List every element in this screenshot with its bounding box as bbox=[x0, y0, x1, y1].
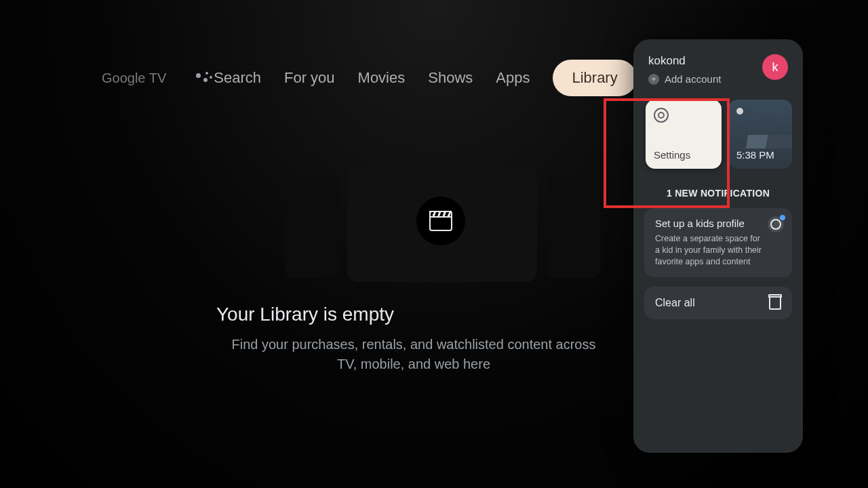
nav-search-label: Search bbox=[214, 69, 261, 87]
nav-library[interactable]: Library bbox=[553, 60, 636, 96]
kids-profile-title: Set up a kids profile bbox=[655, 218, 781, 229]
nav-movies[interactable]: Movies bbox=[358, 69, 406, 87]
account-row: kokond + Add account k bbox=[633, 39, 803, 92]
notification-header: 1 NEW NOTIFICATION bbox=[633, 188, 803, 199]
kids-profile-icon bbox=[768, 216, 784, 232]
clock-time: 5:38 PM bbox=[736, 149, 784, 161]
nav-search[interactable]: Search bbox=[196, 69, 261, 87]
nav-for-you[interactable]: For you bbox=[284, 69, 335, 87]
person-icon bbox=[770, 219, 781, 230]
quick-tiles-row: Settings 5:38 PM bbox=[644, 100, 792, 173]
assistant-icon bbox=[196, 72, 208, 84]
avatar[interactable]: k bbox=[762, 54, 788, 80]
library-card-peek-right bbox=[547, 176, 601, 278]
google-tv-screen: Google TV Search For you Movies Shows Ap… bbox=[0, 0, 868, 488]
library-card-peek-left bbox=[285, 176, 339, 278]
kids-profile-card[interactable]: Set up a kids profile Create a separate … bbox=[644, 208, 792, 277]
account-name[interactable]: kokond bbox=[648, 54, 721, 68]
brand-logo: Google TV bbox=[102, 70, 166, 86]
nav-apps[interactable]: Apps bbox=[496, 69, 530, 87]
add-account-button[interactable]: + Add account bbox=[648, 73, 721, 85]
clear-all-button[interactable]: Clear all bbox=[644, 287, 792, 319]
screensaver-tile[interactable]: 5:38 PM bbox=[728, 100, 792, 169]
sun-icon bbox=[736, 108, 743, 115]
library-empty-subtitle: Find your purchases, rentals, and watchl… bbox=[224, 335, 604, 374]
nav-shows[interactable]: Shows bbox=[428, 69, 473, 87]
clapperboard-icon bbox=[429, 211, 452, 231]
mountain-graphic bbox=[728, 135, 792, 148]
clear-all-label: Clear all bbox=[655, 297, 695, 309]
account-info: kokond + Add account bbox=[648, 54, 721, 85]
library-empty-icon-circle bbox=[416, 197, 465, 245]
gear-icon bbox=[654, 108, 669, 123]
settings-tile[interactable]: Settings bbox=[646, 100, 722, 169]
top-nav: Google TV Search For you Movies Shows Ap… bbox=[102, 60, 637, 96]
settings-label: Settings bbox=[654, 149, 713, 161]
kids-profile-body: Create a separate space for a kid in you… bbox=[655, 233, 781, 268]
plus-icon: + bbox=[648, 74, 659, 85]
library-empty-title: Your Library is empty bbox=[0, 304, 610, 325]
quick-settings-panel: kokond + Add account k Settings 5:38 PM … bbox=[633, 39, 803, 453]
trash-icon bbox=[769, 296, 781, 310]
add-account-label: Add account bbox=[665, 73, 721, 85]
